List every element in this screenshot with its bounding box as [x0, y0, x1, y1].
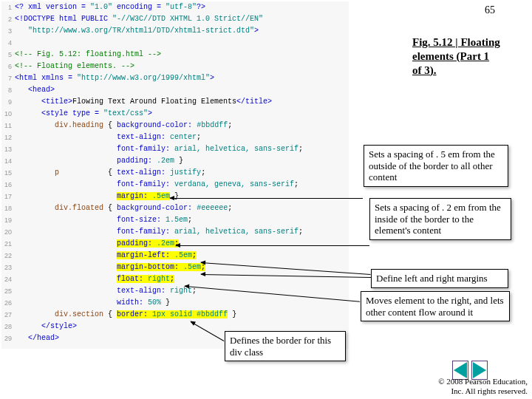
code-line: 22 margin-left: .5em; [1, 250, 349, 262]
code-line: 2<!DOCTYPE html PUBLIC "-//W3C//DTD XHTM… [1, 13, 349, 25]
code-text: text-align: right; [15, 285, 197, 297]
code-text: <!-- Fig. 5.12: floating.html --> [15, 49, 161, 61]
code-line: 3 "http://www.w3.org/TR/xhtml1/DTD/xhtml… [1, 25, 349, 37]
code-line: 27 div.section { border: 1px solid #bbdd… [1, 309, 349, 321]
code-line: 13 font-family: arial, helvetica, sans-s… [1, 143, 349, 155]
line-number: 9 [1, 96, 15, 108]
code-text: <!DOCTYPE html PUBLIC "-//W3C//DTD XHTML… [15, 13, 263, 25]
code-text: padding: .2em; [15, 238, 179, 250]
line-number: 19 [1, 214, 15, 226]
line-number: 3 [1, 25, 15, 37]
code-text: font-family: arial, helvetica, sans-seri… [15, 226, 303, 238]
slide-number: 65 [485, 4, 495, 16]
code-text: margin-left: .5em; [15, 250, 197, 262]
footer-line1: © 2008 Pearson Education, [438, 377, 528, 386]
code-line: 23 margin-bottom: .5em; [1, 262, 349, 273]
line-number: 22 [1, 250, 15, 262]
code-line: 14 padding: .2em } [1, 155, 349, 167]
arrow-icon [170, 198, 363, 199]
line-number: 8 [1, 84, 15, 96]
code-text: width: 50% } [15, 297, 170, 309]
annotation-margins: Define left and right margins [371, 269, 508, 288]
line-number: 7 [1, 72, 15, 84]
line-number: 1 [1, 1, 15, 13]
code-text: <html xmlns = "http://www.w3.org/1999/xh… [15, 72, 214, 84]
code-line: 7<html xmlns = "http://www.w3.org/1999/x… [1, 72, 349, 84]
code-text: p { text-align: justify; [15, 167, 205, 179]
line-number: 5 [1, 49, 15, 61]
line-number: 2 [1, 13, 15, 25]
code-text: </style> [15, 321, 77, 332]
line-number: 21 [1, 238, 15, 250]
code-text: font-size: 1.5em; [15, 214, 192, 226]
line-number: 16 [1, 179, 15, 191]
line-number: 10 [1, 108, 15, 120]
line-number: 26 [1, 297, 15, 309]
line-number: 4 [1, 37, 15, 49]
code-line: 18 div.floated { background-color: #eeee… [1, 202, 349, 214]
arrow-icon [176, 245, 369, 246]
line-number: 27 [1, 309, 15, 321]
code-text: "http://www.w3.org/TR/xhtml1/DTD/xhtml1-… [15, 25, 259, 37]
line-number: 24 [1, 273, 15, 285]
code-block: 1<? xml version = "1.0" encoding = "utf-… [1, 1, 349, 349]
code-line: 15 p { text-align: justify; [1, 167, 349, 179]
line-number: 20 [1, 226, 15, 238]
figure-caption: Fig. 5.12 | Floating elements (Part 1 of… [412, 35, 501, 77]
code-text: padding: .2em } [15, 155, 183, 167]
code-line: 8 <head> [1, 84, 349, 96]
code-line: 12 text-align: center; [1, 132, 349, 143]
code-text: text-align: center; [15, 132, 201, 143]
line-number: 11 [1, 120, 15, 132]
code-text: <!-- Floating elements. --> [15, 61, 134, 72]
code-text: div.section { border: 1px solid #bbddff … [15, 309, 236, 321]
line-number: 13 [1, 143, 15, 155]
code-text: <head> [15, 84, 55, 96]
code-text: font-family: verdana, geneva, sans-serif… [15, 179, 299, 191]
annotation-padding-2em: Sets a spacing of . 2 em from the inside… [369, 198, 511, 240]
code-text: <? xml version = "1.0" encoding = "utf-8… [15, 1, 205, 13]
code-line: 20 font-family: arial, helvetica, sans-s… [1, 226, 349, 238]
footer-line2: Inc. All rights reserved. [438, 386, 528, 396]
code-line: 9 <title>Flowing Text Around Floating El… [1, 96, 349, 108]
code-line: 11 div.heading { background-color: #bbdd… [1, 120, 349, 132]
code-text: font-family: arial, helvetica, sans-seri… [15, 143, 303, 155]
code-line: 4 [1, 37, 349, 49]
line-number: 6 [1, 61, 15, 72]
annotation-border: Defines the border for this div class [225, 331, 346, 361]
code-line: 26 width: 50% } [1, 297, 349, 309]
code-text: margin-bottom: .5em; [15, 262, 205, 273]
annotation-margin-5em: Sets a spacing of . 5 em from the outsid… [364, 145, 508, 187]
line-number: 17 [1, 191, 15, 202]
line-number: 18 [1, 202, 15, 214]
code-text: div.heading { background-color: #bbddff; [15, 120, 232, 132]
line-number: 12 [1, 132, 15, 143]
code-text: margin: .5em } [15, 191, 179, 202]
code-text: float: right; [15, 273, 174, 285]
line-number: 14 [1, 155, 15, 167]
code-line: 17 margin: .5em } [1, 191, 349, 202]
line-number: 29 [1, 332, 15, 344]
code-text: </head> [15, 332, 59, 344]
line-number: 15 [1, 167, 15, 179]
annotation-float-right: Moves element to the right, and lets oth… [361, 291, 510, 321]
line-number: 23 [1, 262, 15, 273]
code-line: 16 font-family: verdana, geneva, sans-se… [1, 179, 349, 191]
code-line: 10 <style type = "text/css"> [1, 108, 349, 120]
code-text: <title>Flowing Text Around Floating Elem… [15, 96, 272, 108]
copyright-footer: © 2008 Pearson Education, Inc. All right… [438, 377, 528, 396]
code-text: div.floated { background-color: #eeeeee; [15, 202, 232, 214]
line-number: 28 [1, 321, 15, 332]
code-text: <style type = "text/css"> [15, 108, 152, 120]
code-line: 6<!-- Floating elements. --> [1, 61, 349, 72]
code-line: 1<? xml version = "1.0" encoding = "utf-… [1, 1, 349, 13]
code-line: 5<!-- Fig. 5.12: floating.html --> [1, 49, 349, 61]
code-line: 19 font-size: 1.5em; [1, 214, 349, 226]
line-number: 25 [1, 285, 15, 297]
